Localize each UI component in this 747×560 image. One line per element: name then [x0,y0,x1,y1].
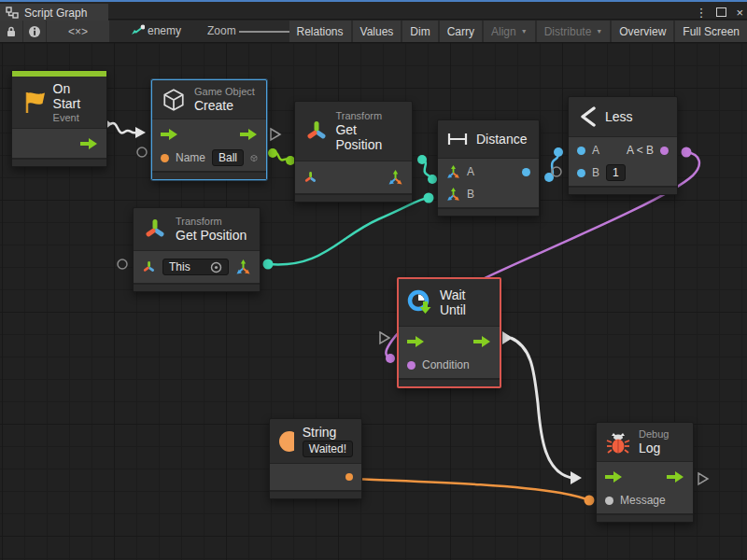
game-object-output-port[interactable] [250,150,258,166]
lock-button[interactable] [0,21,22,42]
port-label: Name [176,151,205,164]
node-subtitle: Event [53,112,97,123]
node-get-position-bottom[interactable]: Transform Get Position This [133,207,261,292]
node-title: Get Position [335,122,402,152]
port-label: Condition [422,358,470,371]
info-icon [28,25,41,38]
overview-button[interactable]: Overview [612,21,673,42]
flow-out-port[interactable] [240,129,258,140]
info-button[interactable] [23,21,46,42]
flow-in-port[interactable] [407,336,425,347]
node-category: Debug [639,428,669,440]
code-icon: <×> [68,25,88,38]
less-than-icon [580,106,597,127]
zoom-label: Zoom [207,24,236,37]
string-icon [278,430,294,453]
name-value-field[interactable]: Ball [212,149,244,166]
port-label: Message [620,494,666,507]
less-input-port-b[interactable] [577,169,585,177]
values-button[interactable]: Values [353,21,402,42]
distance-icon [447,132,468,147]
align-dropdown[interactable]: Align ▼ [484,21,535,42]
chevron-down-icon: ▼ [521,28,528,35]
flow-in-port[interactable] [605,471,623,483]
graph-pointer-icon [131,24,145,37]
dim-button[interactable]: Dim [402,21,437,42]
node-get-position-top[interactable]: Transform Get Position [294,101,413,203]
node-title: String [303,425,353,440]
distribute-dropdown[interactable]: Distribute ▼ [537,21,611,42]
script-graph-icon [6,7,19,19]
node-title: Less [605,109,633,124]
vector3-input-port-a[interactable] [446,165,460,179]
node-wait-until[interactable]: Wait Until Condition [397,277,501,388]
window-menu-icon[interactable]: ⋮ [695,6,707,20]
node-title: Get Position [176,228,247,243]
transform-icon [143,217,167,242]
graph-toolbar: <×> enemy Zoom 1x Relations Values Dim C… [0,21,747,43]
port-label: A [467,165,474,178]
lock-icon [6,25,17,37]
chevron-down-icon: ▼ [596,28,602,35]
node-title: Wait Until [440,287,491,317]
distance-output-port[interactable] [522,168,530,176]
port-label: B [467,188,474,201]
node-debug-log[interactable]: Debug Log Message [596,422,694,523]
port-label: A [592,144,599,157]
transform-input-port[interactable] [303,171,317,185]
node-category: Game Object [194,86,255,97]
debug-bug-icon [606,430,630,455]
node-category: Transform [335,110,402,121]
vector3-output-port[interactable] [388,170,403,186]
node-title: Create [194,98,255,113]
flow-out-port[interactable] [667,471,684,483]
output-label: A < B [627,144,654,157]
game-object-cube-icon [162,88,186,112]
node-title: On Start [53,81,97,111]
window-maximize-icon[interactable] [716,7,726,17]
flow-out-port[interactable] [80,138,98,149]
transform-icon [304,119,327,144]
node-title: Distance [476,132,527,147]
object-picker-icon[interactable] [210,261,222,273]
node-string[interactable]: String Waited! [269,418,362,499]
node-game-object-create[interactable]: Game Object Create Name Ball [151,79,267,180]
wait-until-clock-icon [407,289,431,315]
condition-input-port[interactable] [407,361,416,370]
node-category: Transform [176,216,247,227]
node-distance[interactable]: Distance A B [437,119,540,217]
less-input-port-a[interactable] [577,147,585,155]
string-value-field[interactable]: Waited! [303,441,353,457]
flag-icon [21,90,45,115]
tab-title: Script Graph [24,7,87,20]
node-less[interactable]: Less A A < B B 1 [568,96,678,195]
tab-script-graph[interactable]: Script Graph [0,4,108,21]
node-on-start-event[interactable]: On Start Event [11,70,107,167]
relations-button[interactable]: Relations [289,21,351,42]
message-input-port[interactable] [605,497,613,505]
title-bar: Script Graph ⋮ × [0,0,747,20]
name-input-port[interactable] [161,154,169,162]
window-close-icon[interactable]: × [736,6,743,20]
graph-name: enemy [148,24,181,37]
port-label: B [592,166,599,179]
node-title: Log [639,441,669,455]
flow-in-port[interactable] [161,129,178,140]
less-output-port[interactable] [660,147,669,155]
string-output-port[interactable] [345,473,353,481]
this-value-field[interactable]: This [162,259,229,275]
vector3-output-port[interactable] [235,259,251,275]
vector3-input-port-b[interactable] [446,188,460,202]
carry-button[interactable]: Carry [440,21,482,42]
flow-out-port[interactable] [473,336,491,347]
b-value-field[interactable]: 1 [606,164,626,181]
transform-input-port[interactable] [142,260,156,274]
full-screen-button[interactable]: Full Screen [675,21,747,42]
code-view-button[interactable]: <×> [47,21,109,42]
